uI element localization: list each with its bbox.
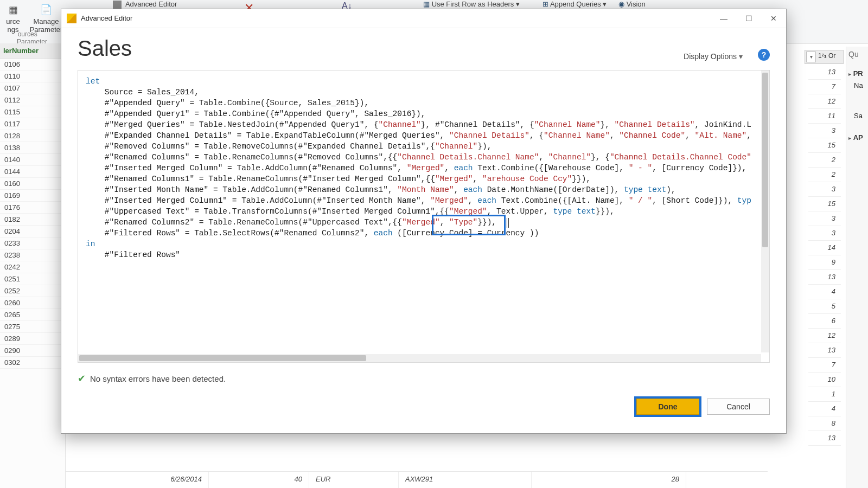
- grid-cell: 0275: [0, 321, 65, 333]
- editor-vscroll[interactable]: [761, 70, 769, 352]
- grid-cell: 5: [808, 299, 841, 314]
- pane-group[interactable]: AP: [853, 133, 863, 142]
- code-editor[interactable]: let Source = Sales_2014, #"Appended Quer…: [78, 70, 770, 363]
- grid-cell: 6: [808, 314, 841, 329]
- column-header-or[interactable]: ▾ 1²₃ Or: [805, 50, 844, 64]
- grid-cell: 0176: [0, 202, 65, 214]
- grid-cell: 0242: [0, 261, 65, 273]
- pane-item[interactable]: Sa: [854, 112, 863, 120]
- grid-cell: 0169: [0, 190, 65, 202]
- grid-cell: 13: [808, 65, 841, 80]
- minimize-button[interactable]: —: [711, 9, 736, 28]
- ribbon-vision[interactable]: ◉ Vision: [618, 0, 646, 8]
- ribbon-first-row-headers[interactable]: ▦ Use First Row as Headers ▾: [423, 0, 520, 8]
- grid-cell: 7: [808, 80, 841, 94]
- scroll-thumb[interactable]: [762, 73, 768, 247]
- headers-icon: ▦: [423, 0, 430, 8]
- status-text: No syntax errors have been detected.: [90, 374, 226, 383]
- ribbon-label: Append Queries: [550, 0, 601, 8]
- check-icon: ✔: [78, 373, 86, 384]
- grid-cell: 2: [808, 153, 841, 168]
- grid-cell: 0233: [0, 237, 65, 249]
- grid-cell: 0265: [0, 309, 65, 321]
- grid-cell: 0289: [0, 333, 65, 345]
- grid-cell: 3: [808, 124, 841, 138]
- collapse-icon[interactable]: ▸: [848, 135, 851, 141]
- cell-code: AXW291: [399, 472, 532, 488]
- grid-cell: 0302: [0, 357, 65, 369]
- text-cursor: [507, 218, 509, 228]
- queries-pane-title: Qu: [846, 47, 868, 62]
- grid-cell: 12: [808, 94, 841, 109]
- grid-cell: 12: [808, 329, 841, 343]
- grid-cell: 0204: [0, 226, 65, 237]
- display-options-dropdown[interactable]: Display Options: [684, 52, 743, 61]
- cell-ccy: EUR: [309, 472, 399, 488]
- collapse-icon[interactable]: ▸: [848, 71, 851, 77]
- column-header-ordernumber[interactable]: lerNumber: [0, 43, 65, 59]
- grid-cell: 1: [808, 387, 841, 402]
- grid-cell: 14: [808, 241, 841, 255]
- pane-group[interactable]: PR: [853, 69, 863, 78]
- grid-cell: 0260: [0, 297, 65, 309]
- eye-icon: ◉: [618, 0, 624, 8]
- queries-pane: Qu ▸ PR Na Sa ▸ AP: [846, 47, 868, 488]
- grid-cell: 0112: [0, 94, 65, 106]
- ribbon-label: Advanced Editor: [125, 0, 177, 8]
- grid-cell: 13: [808, 431, 841, 446]
- grid-cell: 4: [808, 402, 841, 416]
- grid-cell: 4: [808, 285, 841, 299]
- syntax-status: ✔ No syntax errors have been detected.: [78, 373, 226, 384]
- editor-hscroll[interactable]: [78, 354, 761, 362]
- cancel-button[interactable]: Cancel: [707, 399, 770, 415]
- grid-cell: 11: [808, 109, 841, 124]
- grid-cell: 0117: [0, 118, 65, 130]
- query-name-heading: Sales: [78, 36, 132, 61]
- scroll-thumb[interactable]: [79, 355, 366, 361]
- grid-cell: 2: [808, 168, 841, 182]
- maximize-button[interactable]: ☐: [736, 9, 761, 28]
- grid-cell: 9: [808, 255, 841, 270]
- ribbon-advanced-editor[interactable]: Advanced Editor: [113, 0, 177, 9]
- powerbi-logo-icon: [67, 14, 76, 23]
- ribbon-section: ources: [18, 30, 37, 38]
- grid-cell: 10: [808, 373, 841, 387]
- grid-cell: 0182: [0, 214, 65, 226]
- column-type-dropdown[interactable]: ▾: [806, 52, 816, 62]
- chevron-down-icon: ▾: [516, 0, 520, 8]
- grid-cell: 3: [808, 211, 841, 226]
- editor-icon: [113, 1, 122, 9]
- source-icon: ▦: [5, 2, 21, 17]
- grid-cell: 0107: [0, 82, 65, 94]
- grid-cell: 7: [808, 358, 841, 373]
- cell-n: 28: [532, 472, 686, 488]
- grid-cell: 0128: [0, 130, 65, 142]
- code-content[interactable]: let Source = Sales_2014, #"Appended Quer…: [78, 70, 769, 266]
- done-button[interactable]: Done: [636, 399, 699, 415]
- ribbon-label: Vision: [627, 0, 646, 8]
- ribbon-manage-parameters[interactable]: 📄 Manage Parameter: [27, 0, 65, 34]
- grid-cell: 0251: [0, 273, 65, 285]
- chevron-down-icon: ▾: [603, 0, 607, 8]
- help-icon[interactable]: ?: [758, 49, 770, 61]
- advanced-editor-dialog: Advanced Editor — ☐ ✕ Sales Display Opti…: [61, 9, 787, 434]
- grid-cell: 0160: [0, 178, 65, 190]
- grid-cell: 0138: [0, 142, 65, 154]
- grid-cell: 0106: [0, 59, 65, 70]
- dialog-titlebar: Advanced Editor — ☐ ✕: [61, 9, 786, 28]
- grid-cell: 3: [808, 182, 841, 197]
- grid-cell: 3: [808, 226, 841, 241]
- grid-cell: 13: [808, 343, 841, 358]
- grid-cell: 0140: [0, 154, 65, 166]
- grid-cell: 8: [808, 416, 841, 431]
- cell-date: 6/26/2014: [65, 472, 209, 488]
- grid-cell: 0115: [0, 106, 65, 118]
- grid-cell: 0290: [0, 345, 65, 357]
- grid-cell: 0110: [0, 70, 65, 82]
- grid-cell: 0252: [0, 285, 65, 297]
- close-button[interactable]: ✕: [761, 9, 786, 28]
- ribbon-append-queries[interactable]: ⊞ Append Queries ▾: [542, 0, 607, 8]
- grid-cell: 13: [808, 270, 841, 285]
- parameters-icon: 📄: [39, 2, 54, 17]
- append-icon: ⊞: [542, 0, 548, 8]
